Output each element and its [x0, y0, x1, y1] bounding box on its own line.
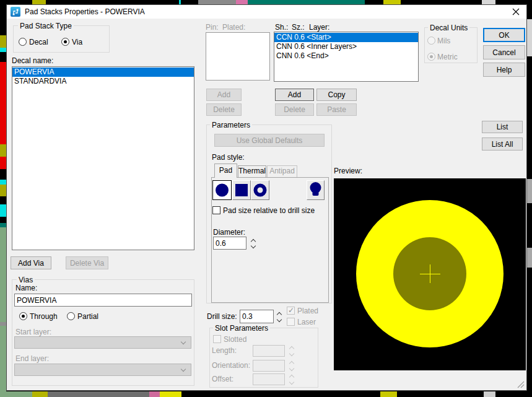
background-stripe [383, 0, 401, 4]
background-stripe [236, 0, 248, 4]
app-icon [11, 7, 20, 17]
drill-size-label: Drill size: [207, 312, 237, 321]
background-stripe [0, 227, 6, 397]
start-layer-select [14, 336, 191, 349]
background-stripe [0, 35, 6, 48]
background-stripe [198, 0, 236, 4]
preview-label: Preview: [334, 167, 362, 175]
diameter-label: Diameter: [213, 228, 245, 237]
metric-radio [427, 53, 435, 61]
metric-radio-label: Metric [437, 53, 458, 61]
resize-grip-icon[interactable] [517, 381, 525, 388]
offset-input [253, 373, 285, 385]
preview-crosshair [430, 264, 430, 283]
pad-stacks-properties-dialog: Pad Stacks Properties - POWERVIA Pad Sta… [6, 4, 527, 391]
orientation-input [253, 360, 285, 372]
via-radio-label[interactable]: Via [72, 38, 82, 46]
use-global-defaults-button: Use Global Defaults [214, 134, 325, 147]
annular-pad-button[interactable] [251, 180, 269, 200]
through-radio[interactable] [19, 312, 27, 320]
layer-delete-button: Delete [275, 103, 314, 116]
background-stripe [248, 0, 365, 4]
end-layer-label: End layer: [15, 354, 49, 363]
pin-delete-button: Delete [206, 103, 242, 116]
background-stripe [484, 391, 495, 397]
decal-name-list[interactable]: POWERVIA STANDARDVIA [12, 66, 194, 250]
spinner-down-icon[interactable] [277, 317, 282, 322]
background-stripe [0, 204, 6, 217]
odd-pad-icon [307, 181, 324, 199]
pad-preview-canvas [334, 178, 526, 370]
through-radio-label[interactable]: Through [30, 312, 58, 321]
list-all-button[interactable]: List All [482, 137, 523, 151]
tab-antipad: Antipad [267, 165, 297, 177]
square-pad-icon [233, 181, 250, 199]
window-title: Pad Stacks Properties - POWERVIA [25, 7, 145, 16]
end-layer-select [14, 364, 191, 376]
list-item[interactable]: CNN 0.6 <Inner Layers> [274, 42, 418, 51]
background-stripe [0, 62, 6, 144]
pin-label: Pin: [206, 23, 219, 32]
cancel-button[interactable]: Cancel [483, 45, 525, 59]
desktop-background: Pad Stacks Properties - POWERVIA Pad Sta… [0, 0, 532, 397]
circle-pad-icon [213, 181, 231, 199]
background-stripe [149, 391, 160, 397]
circle-pad-button[interactable] [212, 180, 232, 200]
background-stripe [0, 391, 32, 397]
partial-radio-label[interactable]: Partial [77, 312, 98, 321]
sh-label: Sh.: [275, 23, 288, 32]
laser-checkbox [287, 318, 295, 326]
layer-copy-button[interactable]: Copy [316, 89, 357, 101]
slotted-checkbox [213, 335, 221, 343]
orientation-label: Orientation: [212, 361, 250, 370]
background-stripe [0, 322, 6, 326]
decal-units-label: Decal Units [428, 24, 469, 32]
pad-size-relative-label[interactable]: Pad size relative to drill size [223, 206, 315, 215]
ok-button[interactable]: OK [483, 28, 525, 42]
title-bar[interactable]: Pad Stacks Properties - POWERVIA [7, 5, 526, 19]
list-item[interactable]: CNN 0.6 <End> [274, 51, 418, 61]
background-stripe [527, 248, 532, 268]
square-pad-button[interactable] [232, 180, 251, 200]
tab-pad[interactable]: Pad [214, 164, 237, 178]
via-name-label: Name: [15, 284, 37, 292]
plated-column-label: Plated: [222, 23, 245, 32]
list-item[interactable]: CCN 0.6 <Start> [274, 33, 418, 42]
tab-thermal[interactable]: Thermal [238, 165, 266, 177]
length-label: Length: [212, 346, 237, 355]
mils-radio [427, 37, 435, 45]
decal-radio-label[interactable]: Decal [29, 38, 48, 46]
close-icon[interactable] [512, 7, 520, 16]
pin-add-button: Add [206, 89, 242, 101]
list-item[interactable]: STANDARDVIA [12, 77, 194, 86]
start-layer-label: Start layer: [15, 328, 51, 336]
layer-add-button[interactable]: Add [275, 89, 314, 101]
list-button[interactable]: List [482, 121, 523, 133]
via-name-input[interactable] [14, 294, 192, 307]
partial-radio[interactable] [67, 312, 75, 320]
layer-label: Layer: [309, 23, 329, 32]
length-input [253, 345, 285, 357]
pad-stack-type-label: Pad Stack Type [18, 22, 74, 30]
add-via-button[interactable]: Add Via [11, 256, 51, 269]
list-item[interactable]: POWERVIA [12, 68, 194, 77]
pin-list [206, 32, 270, 81]
odd-pad-button[interactable] [307, 180, 325, 200]
help-button[interactable]: Help [483, 63, 525, 77]
drill-size-input[interactable] [240, 310, 274, 323]
diameter-input[interactable] [213, 237, 246, 250]
decal-radio[interactable] [19, 38, 27, 46]
background-stripe [0, 157, 6, 169]
slotted-checkbox-label: Slotted [224, 335, 246, 344]
via-radio[interactable] [61, 38, 69, 46]
mils-radio-label: Mils [437, 37, 450, 45]
background-stripe [0, 48, 6, 52]
chevron-down-icon [181, 339, 186, 344]
background-stripe [482, 0, 495, 4]
background-stripe [0, 223, 6, 227]
plated-checkbox-label: Plated [297, 307, 318, 315]
background-stripe [179, 0, 181, 4]
background-stripe [0, 185, 6, 196]
pad-size-relative-checkbox[interactable] [212, 206, 220, 214]
layer-list[interactable]: CCN 0.6 <Start> CNN 0.6 <Inner Layers> C… [274, 32, 419, 82]
